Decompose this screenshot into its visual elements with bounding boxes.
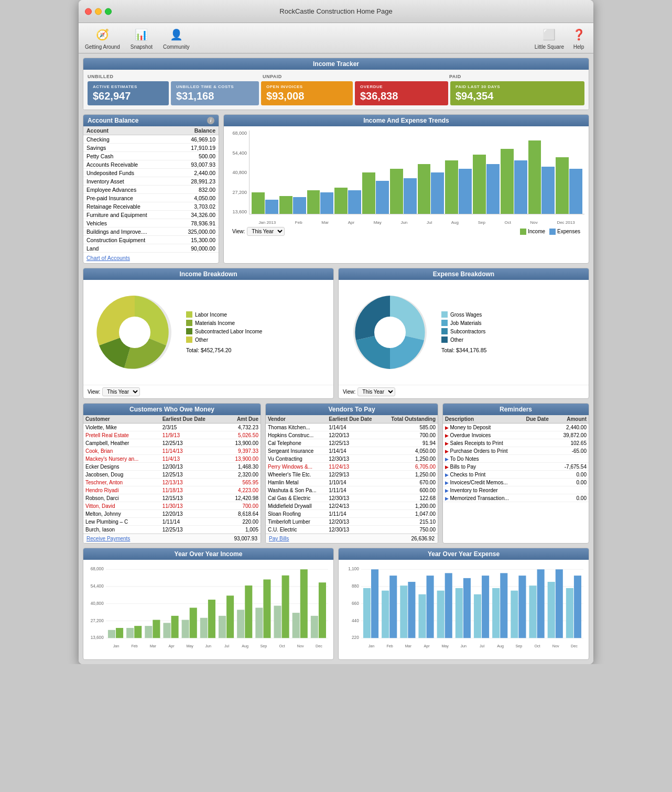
vendor-row: C.U. Electric12/30/13750.00 — [266, 526, 438, 534]
toolbar-getting-around[interactable]: 🧭 Getting Around — [85, 26, 120, 50]
income-tracker-header: Income Tracker — [83, 58, 589, 70]
reminder-amount: -65.00 — [556, 447, 589, 455]
reminder-amount: 102.65 — [556, 439, 589, 447]
pay-bills-link[interactable]: Pay Bills — [269, 536, 289, 541]
svg-rect-70 — [456, 588, 463, 638]
toolbar-snapshot[interactable]: 📊 Snapshot — [131, 26, 153, 50]
vendor-amount: 585.00 — [382, 424, 438, 431]
account-balance-value: 3,703.02 — [173, 202, 219, 211]
vendor-amount: 600.00 — [382, 486, 438, 494]
vendor-amount: 91.94 — [382, 439, 438, 447]
vendor-due-date: 12/30/13 — [327, 494, 381, 502]
account-name: Pre-paid Insurance — [83, 194, 173, 202]
customer-name: Violette, Mike — [83, 424, 160, 431]
customer-row: Mackey's Nursery an...11/4/1313,900.00 — [83, 455, 261, 463]
customer-amount: 700.00 — [224, 502, 261, 510]
customer-row: Robson, Darci12/15/1312,420.98 — [83, 494, 261, 502]
toolbar-community[interactable]: 👤 Community — [163, 26, 190, 50]
svg-text:Oct: Oct — [534, 644, 540, 648]
svg-rect-68 — [437, 591, 445, 638]
chart-area — [249, 131, 584, 214]
maximize-button[interactable] — [105, 8, 112, 15]
toolbar-help[interactable]: ❓ Help — [570, 26, 587, 50]
customer-name: Jacobsen, Doug — [83, 471, 160, 479]
unbilled-time-card[interactable]: UNBILLED TIME & COSTS $31,168 — [171, 81, 259, 105]
customer-name: Cook, Brian — [83, 447, 160, 455]
y-label: 13,600 — [232, 209, 247, 214]
little-square-label: Little Square — [535, 44, 564, 50]
svg-text:880: 880 — [352, 584, 359, 589]
income-breakdown-legend: Labor IncomeMaterials IncomeSubcontracte… — [186, 311, 329, 353]
customer-row: Teschner, Anton12/13/13565.95 — [83, 479, 261, 486]
view-select[interactable]: This Year — [247, 227, 285, 236]
account-name: Undeposited Funds — [83, 169, 173, 177]
x-label: Apr — [348, 220, 354, 225]
svg-rect-24 — [200, 618, 208, 638]
reminder-desc: ▶ Memorized Transaction... — [443, 494, 524, 502]
svg-text:660: 660 — [352, 601, 359, 606]
x-label: Oct — [504, 220, 511, 225]
vendor-name: C.U. Electric — [266, 526, 327, 534]
reminder-date — [524, 463, 556, 471]
customer-row: Violette, Mike2/3/154,732.23 — [83, 424, 261, 431]
account-name: Land — [83, 244, 173, 253]
svg-text:Dec: Dec — [571, 644, 578, 648]
bar-group — [418, 164, 445, 214]
income-legend-color — [520, 229, 526, 235]
vendor-amount: 750.00 — [382, 526, 438, 534]
svg-text:Jan: Jan — [113, 644, 120, 648]
active-estimates-value: $62,947 — [93, 90, 164, 102]
chart-of-accounts-link[interactable]: Chart of Accounts — [83, 253, 219, 263]
customer-due-date: 11/4/13 — [160, 455, 224, 463]
account-name: Accounts Receivable — [83, 160, 173, 169]
reminder-row: ▶ Memorized Transaction...0.00 — [443, 494, 589, 502]
paid-last-30-label: PAID LAST 30 DAYS — [456, 84, 579, 89]
receive-payments-link[interactable]: Receive Payments — [86, 536, 130, 541]
minimize-button[interactable] — [95, 8, 102, 15]
expense-bar — [404, 178, 417, 214]
overdue-card[interactable]: OVERDUE $36,838 — [355, 81, 448, 105]
account-balance-row: Construction Equipment15,300.00 — [83, 236, 219, 244]
expense-legend-label: Expenses — [557, 229, 580, 234]
svg-text:Oct: Oct — [279, 644, 285, 648]
income-bar — [418, 164, 431, 214]
overdue-value: $36,838 — [360, 90, 443, 102]
reminder-desc: ▶ Overdue Invoices — [443, 431, 524, 439]
account-balance-table: Account Balance Checking46,969.10Savings… — [83, 126, 219, 253]
customer-name: Teschner, Anton — [83, 479, 160, 486]
customer-name: Burch, Iason — [83, 526, 160, 534]
snapshot-label: Snapshot — [131, 44, 153, 50]
vendor-due-date: 1/14/14 — [327, 424, 381, 431]
income-view-select[interactable]: This Year — [102, 387, 140, 396]
customer-amount: 1,468.30 — [224, 463, 261, 471]
svg-rect-32 — [274, 606, 281, 638]
account-balance-header: Account Balance i — [83, 115, 219, 126]
open-invoices-card[interactable]: OPEN INVOICES $93,008 — [261, 81, 353, 105]
community-icon: 👤 — [168, 26, 185, 43]
reminder-row: ▶ To Do Notes — [443, 455, 589, 463]
vendor-name: Sloan Roofing — [266, 510, 327, 518]
svg-rect-78 — [529, 585, 536, 638]
yoy-expense-header: Year Over Year Expense — [339, 548, 589, 560]
account-balance-row: Land90,000.00 — [83, 244, 219, 253]
legend-label: Labor Income — [195, 312, 227, 318]
reminder-arrow-icon: ▶ — [445, 464, 450, 470]
expense-total: Total: $344,176.85 — [441, 347, 584, 353]
income-bar — [528, 140, 541, 214]
toolbar-little-square[interactable]: ⬜ Little Square — [535, 26, 564, 50]
vendor-row: Thomas Kitchen...1/14/14585.00 — [266, 424, 438, 431]
yoy-income-header: Year Over Year Income — [83, 548, 333, 560]
expense-bar — [541, 167, 555, 214]
svg-text:Mar: Mar — [405, 644, 412, 648]
income-legend-label: Income — [528, 229, 545, 234]
expense-view-select[interactable]: This Year — [357, 387, 395, 396]
vendor-amount: 4,050.00 — [382, 447, 438, 455]
svg-text:Jul: Jul — [480, 644, 485, 648]
legend-label: Other — [195, 337, 208, 343]
close-button[interactable] — [85, 8, 92, 15]
vendor-amount: 122.68 — [382, 494, 438, 502]
reminder-col-desc: Description — [443, 415, 524, 424]
x-label: Feb — [295, 220, 302, 225]
paid-last-30-card[interactable]: PAID LAST 30 DAYS $94,354 — [450, 81, 584, 105]
active-estimates-card[interactable]: ACTIVE ESTIMATES $62,947 — [88, 81, 169, 105]
